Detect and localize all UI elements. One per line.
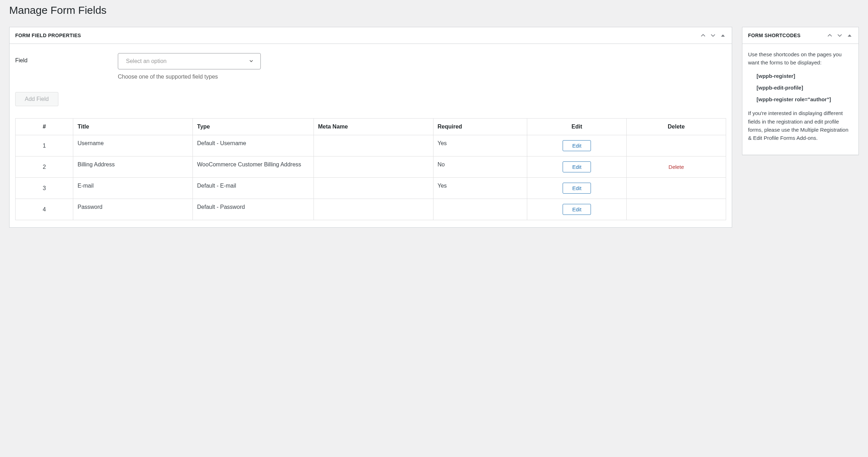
field-type-select[interactable]: Select an option — [118, 53, 261, 69]
cell-type: Default - Password — [193, 199, 314, 220]
cell-type: Default - E-mail — [193, 178, 314, 199]
panel-title: FORM SHORTCODES — [748, 33, 800, 38]
cell-meta — [314, 178, 433, 199]
th-required: Required — [433, 119, 527, 135]
add-field-button[interactable]: Add Field — [15, 92, 58, 106]
cell-num: 1 — [16, 135, 73, 156]
cell-num: 2 — [16, 156, 73, 178]
shortcode-item: [wppb-register role="author"] — [757, 95, 853, 103]
panel-title: FORM FIELD PROPERTIES — [15, 33, 81, 38]
cell-edit: Edit — [527, 178, 627, 199]
cell-required: Yes — [433, 178, 527, 199]
chevron-up-icon[interactable] — [700, 32, 706, 39]
delete-link[interactable]: Delete — [668, 164, 684, 170]
cell-meta — [314, 135, 433, 156]
field-help-text: Choose one of the supported field types — [118, 74, 261, 80]
cell-title: Billing Address — [73, 156, 193, 178]
cell-meta — [314, 156, 433, 178]
cell-delete — [627, 199, 726, 220]
chevron-down-icon — [248, 58, 254, 65]
collapse-icon[interactable] — [720, 32, 726, 39]
th-meta: Meta Name — [314, 119, 433, 135]
th-title: Title — [73, 119, 193, 135]
cell-type: WooCommerce Customer Billing Address — [193, 156, 314, 178]
shortcode-item: [wppb-edit-profile] — [757, 84, 853, 92]
edit-button[interactable]: Edit — [563, 140, 591, 151]
table-row: 2Billing AddressWooCommerce Customer Bil… — [16, 156, 726, 178]
fields-table: # Title Type Meta Name Required Edit Del… — [15, 118, 726, 220]
cell-edit: Edit — [527, 135, 627, 156]
th-edit: Edit — [527, 119, 627, 135]
chevron-up-icon[interactable] — [827, 32, 833, 39]
cell-edit: Edit — [527, 199, 627, 220]
cell-meta — [314, 199, 433, 220]
shortcode-item: [wppb-register] — [757, 72, 853, 80]
table-row: 1UsernameDefault - UsernameYesEdit — [16, 135, 726, 156]
th-num: # — [16, 119, 73, 135]
form-shortcodes-panel: FORM SHORTCODES Use these shortcodes on … — [742, 27, 859, 155]
svg-marker-0 — [721, 34, 725, 36]
cell-title: E-mail — [73, 178, 193, 199]
cell-num: 3 — [16, 178, 73, 199]
form-field-properties-panel: FORM FIELD PROPERTIES Field Select an op… — [9, 27, 732, 228]
cell-required: Yes — [433, 135, 527, 156]
edit-button[interactable]: Edit — [563, 204, 591, 215]
cell-edit: Edit — [527, 156, 627, 178]
cell-required — [433, 199, 527, 220]
table-row: 4PasswordDefault - PasswordEdit — [16, 199, 726, 220]
cell-type: Default - Username — [193, 135, 314, 156]
field-label: Field — [15, 53, 111, 64]
th-delete: Delete — [627, 119, 726, 135]
cell-delete — [627, 135, 726, 156]
chevron-down-icon[interactable] — [837, 32, 843, 39]
edit-button[interactable]: Edit — [563, 161, 591, 172]
cell-title: Username — [73, 135, 193, 156]
shortcodes-note: If you're interested in displaying diffe… — [748, 109, 853, 142]
cell-delete: Delete — [627, 156, 726, 178]
page-title: Manage Form Fields — [0, 0, 868, 27]
cell-title: Password — [73, 199, 193, 220]
shortcodes-intro: Use these shortcodes on the pages you wa… — [748, 50, 853, 67]
cell-delete — [627, 178, 726, 199]
chevron-down-icon[interactable] — [710, 32, 716, 39]
cell-num: 4 — [16, 199, 73, 220]
collapse-icon[interactable] — [846, 32, 853, 39]
th-type: Type — [193, 119, 314, 135]
table-row: 3E-mailDefault - E-mailYesEdit — [16, 178, 726, 199]
select-placeholder: Select an option — [126, 58, 167, 64]
svg-marker-1 — [848, 34, 852, 36]
edit-button[interactable]: Edit — [563, 183, 591, 194]
cell-required: No — [433, 156, 527, 178]
